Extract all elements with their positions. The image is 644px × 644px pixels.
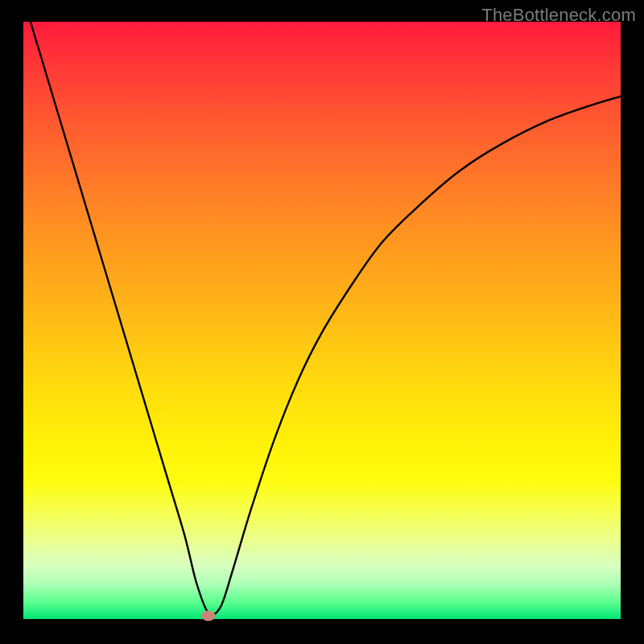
plot-area (23, 22, 621, 619)
chart-container: { "watermark": "TheBottleneck.com", "cha… (0, 0, 644, 644)
minimum-marker (202, 611, 216, 621)
curve-svg (23, 22, 621, 619)
bottleneck-curve (23, 0, 621, 615)
